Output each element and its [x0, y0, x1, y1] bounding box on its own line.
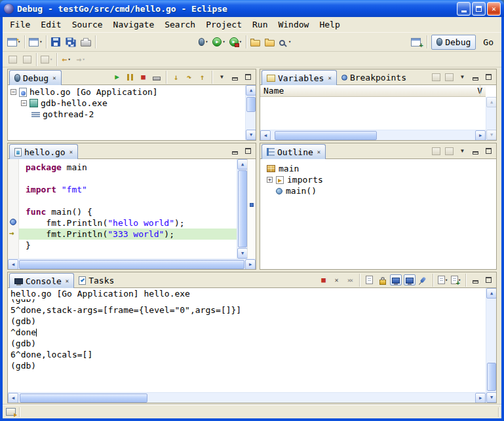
scroll-track[interactable] — [18, 393, 475, 403]
open-resource-button[interactable] — [248, 34, 263, 50]
next-annotation-button[interactable]: ▾ — [39, 52, 54, 67]
console-minimize-button[interactable] — [470, 274, 481, 285]
editor-marker-ruler[interactable]: → — [8, 159, 19, 259]
console-line[interactable]: (gdb) — [10, 299, 486, 304]
scroll-down-button[interactable]: ▼ — [486, 130, 496, 140]
remove-all-launches-button[interactable]: ✕✕ — [344, 274, 355, 285]
display-selected-console-button[interactable]: ▾ — [437, 274, 448, 285]
scroll-up-button[interactable]: ▲ — [486, 288, 496, 299]
outline-view-maximize-button[interactable] — [483, 145, 494, 156]
code-line[interactable]: fmt.Println("hello world"); — [19, 217, 237, 229]
menu-run[interactable]: Run — [247, 18, 273, 31]
console-output[interactable]: (gdb) 5^done,stack-args=[frame={level="0… — [8, 299, 486, 392]
show-stderr-toggle[interactable] — [404, 274, 416, 285]
scroll-right-button[interactable]: ▶ — [245, 259, 256, 269]
perspective-go-button[interactable]: Go — [478, 35, 499, 50]
menu-search[interactable]: Search — [159, 18, 201, 31]
scroll-track[interactable] — [246, 96, 256, 130]
debug-view-maximize-button[interactable] — [242, 71, 254, 82]
scroll-left-button[interactable]: ◀ — [8, 393, 18, 403]
debug-vertical-scrollbar[interactable]: ▲ ▼ — [245, 85, 256, 140]
tab-editor-hello-go[interactable]: hello.go ✕ — [9, 144, 78, 159]
debug-tree-row-launch[interactable]: − hello.go [Go Application] — [10, 86, 245, 98]
sort-button[interactable] — [431, 145, 442, 156]
variables-view-menu-button[interactable]: ▼ — [457, 71, 468, 82]
open-project-button[interactable] — [263, 34, 277, 50]
outline-view-menu-button[interactable]: ▼ — [457, 145, 468, 156]
close-icon[interactable]: ✕ — [328, 75, 331, 81]
tab-debug[interactable]: Debug ✕ — [9, 70, 62, 85]
scroll-lock-button[interactable] — [377, 274, 388, 285]
show-type-names-button[interactable] — [431, 71, 442, 82]
scroll-thumb[interactable] — [487, 363, 496, 391]
scroll-thumb[interactable] — [19, 260, 244, 269]
console-maximize-button[interactable] — [483, 274, 494, 285]
close-icon[interactable]: ✕ — [52, 75, 56, 81]
column-divider[interactable] — [480, 85, 480, 96]
code-line[interactable]: import "fmt" — [19, 184, 237, 195]
variables-view-maximize-button[interactable] — [483, 71, 494, 82]
minimize-button[interactable] — [457, 2, 471, 16]
code-line[interactable] — [19, 195, 237, 206]
debug-launch-button[interactable]: ▾ — [196, 34, 210, 50]
scroll-up-button[interactable]: ▲ — [237, 159, 248, 170]
maximize-button[interactable] — [472, 2, 486, 16]
variables-view-minimize-button[interactable] — [470, 71, 481, 82]
open-perspective-button[interactable]: + — [408, 34, 423, 50]
tab-outline[interactable]: Outline ✕ — [262, 144, 326, 159]
code-line[interactable]: func main() { — [19, 206, 237, 217]
console-line[interactable]: (gdb) — [10, 316, 486, 327]
scroll-down-button[interactable]: ▼ — [237, 248, 248, 259]
menu-project[interactable]: Project — [201, 18, 247, 31]
scroll-down-button[interactable]: ▼ — [486, 392, 496, 403]
new-wizard-button[interactable]: ✦ ▾ — [5, 34, 22, 50]
menu-navigate[interactable]: Navigate — [108, 18, 160, 31]
back-button[interactable]: ← ▾ — [59, 52, 73, 67]
last-edit-location-button[interactable] — [5, 52, 20, 67]
variables-horizontal-scrollbar[interactable]: ◀ ▶ — [260, 130, 486, 140]
menu-edit[interactable]: Edit — [35, 18, 66, 31]
code-area[interactable]: package main import "fmt" func main() { … — [19, 159, 237, 259]
tab-tasks[interactable]: Tasks — [74, 274, 119, 287]
filter-button[interactable] — [444, 145, 455, 156]
new-file-button[interactable]: ▾ — [27, 34, 44, 50]
tab-console[interactable]: Console ✕ — [9, 273, 74, 288]
scroll-thumb[interactable] — [246, 97, 256, 112]
collapse-all-button[interactable] — [444, 71, 455, 82]
outline-item-imports[interactable]: + imports — [267, 174, 496, 185]
disconnect-button[interactable] — [151, 71, 162, 82]
terminate-console-button[interactable]: ■ — [318, 274, 329, 285]
resume-button[interactable]: ▶ — [111, 71, 123, 82]
scroll-down-button[interactable]: ▼ — [246, 130, 256, 140]
overview-marker[interactable] — [250, 203, 254, 207]
debug-tree-row-process[interactable]: − gdb-hello.exe — [10, 98, 245, 109]
print-button[interactable] — [79, 34, 93, 50]
editor-minimize-button[interactable] — [229, 145, 241, 156]
scroll-right-button[interactable]: ▶ — [475, 130, 486, 140]
code-line[interactable]: } — [19, 240, 237, 251]
scroll-left-button[interactable]: ◀ — [8, 259, 18, 269]
clear-console-button[interactable] — [364, 274, 375, 285]
outline-item-main-package[interactable]: main — [267, 163, 496, 174]
pin-console-button[interactable] — [417, 274, 429, 285]
editor-horizontal-scrollbar[interactable]: ◀ ▶ — [8, 259, 256, 269]
search-button[interactable]: ▾ — [277, 34, 293, 50]
breakpoint-marker-icon[interactable] — [10, 219, 16, 225]
scroll-track[interactable] — [237, 170, 247, 248]
step-return-button[interactable]: ↑ — [197, 71, 208, 82]
scroll-right-button[interactable]: ▶ — [475, 393, 486, 403]
menu-window[interactable]: Window — [273, 18, 314, 31]
editor-overview-ruler[interactable] — [247, 159, 256, 259]
debug-tree-row-thread[interactable]: gothread-2 — [10, 109, 245, 120]
show-stdout-toggle[interactable] — [390, 274, 402, 285]
scroll-track[interactable] — [18, 259, 245, 269]
column-name-label[interactable]: Name — [263, 86, 284, 96]
debug-view-minimize-button[interactable] — [229, 71, 241, 82]
debug-view-menu-button[interactable]: ▼ — [216, 71, 227, 82]
expander-icon[interactable]: + — [267, 177, 273, 183]
code-line-current-debug-line[interactable]: fmt.Println("333 world"); — [19, 229, 237, 240]
console-line[interactable]: (gdb) — [10, 360, 486, 371]
instruction-pointer-icon[interactable]: → — [9, 229, 14, 237]
step-into-button[interactable]: ↓ — [170, 71, 182, 82]
menu-source[interactable]: Source — [67, 18, 108, 31]
